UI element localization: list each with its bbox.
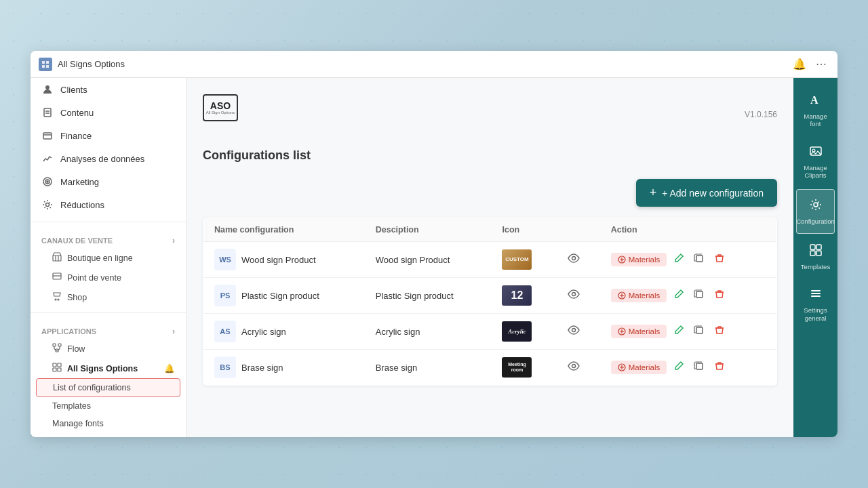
svg-rect-58 [811, 293, 821, 294]
chevron-icon: › [172, 236, 175, 245]
visibility-toggle-0[interactable] [568, 252, 580, 267]
th-eye [557, 218, 600, 242]
config-icon [809, 198, 823, 215]
sidebar: Clients Contenu Finance Analyses de donn… [31, 78, 186, 437]
sidebar-item-flow[interactable]: Flow [31, 339, 186, 359]
svg-point-13 [46, 203, 50, 207]
visibility-toggle-1[interactable] [568, 288, 580, 303]
add-configuration-button[interactable]: + + Add new configuration [636, 179, 777, 207]
section-apps-label: Applications [41, 327, 96, 336]
cell-action-1: Materials [600, 278, 777, 314]
rp-font-label: Managefont [804, 113, 827, 128]
add-button-label: + Add new configuration [662, 188, 764, 199]
rp-cliparts-label: ManageCliparts [804, 164, 827, 180]
edit-button-2[interactable] [671, 323, 687, 340]
edit-button-0[interactable] [671, 251, 687, 268]
rp-templates[interactable]: Templates [793, 235, 837, 279]
svg-rect-59 [811, 296, 821, 297]
cell-desc-1: Plastic Sign product [365, 278, 492, 314]
copy-button-0[interactable] [691, 251, 707, 268]
materials-button-1[interactable]: Materials [611, 289, 667, 302]
sidebar-item-point-vente[interactable]: Point de vente [31, 268, 186, 287]
sidebar-item-reductions[interactable]: Réductions [31, 193, 186, 216]
finance-icon [41, 129, 54, 142]
pos-icon [52, 272, 62, 283]
sidebar-item-manage-cliparts[interactable]: Manage cliparts [31, 432, 186, 437]
edit-button-1[interactable] [671, 287, 687, 304]
sidebar-item-analyses[interactable]: Analyses de données [31, 147, 186, 170]
sidebar-item-boutique[interactable]: Boutique en ligne [31, 248, 186, 268]
table-header-row: Name configuration Desciption Icon Actio… [203, 218, 777, 242]
svg-point-37 [572, 293, 576, 296]
rp-settings-general[interactable]: Settingsgeneral [793, 279, 837, 330]
svg-rect-39 [696, 291, 703, 298]
sidebar-item-templates[interactable]: Templates [31, 397, 186, 415]
main-layout: Clients Contenu Finance Analyses de donn… [31, 78, 837, 437]
config-abbr-3: BS [214, 357, 236, 378]
sidebar-item-manage-fonts[interactable]: Manage fonts [31, 415, 186, 432]
svg-rect-2 [42, 65, 45, 68]
visibility-toggle-2[interactable] [568, 324, 580, 339]
title-bar: All Signs Options 🔔 ⋯ [31, 51, 837, 78]
edit-button-3[interactable] [671, 359, 687, 375]
sidebar-item-clients[interactable]: Clients [31, 78, 186, 101]
svg-point-41 [572, 329, 576, 332]
delete-button-3[interactable] [711, 359, 728, 375]
sidebar-item-list-configurations[interactable]: List of configurations [36, 378, 180, 397]
cell-name-1: PS Plastic Sign product [203, 278, 365, 314]
rp-manage-font[interactable]: A Managefont [793, 85, 837, 136]
svg-rect-31 [58, 368, 61, 371]
svg-rect-14 [53, 256, 61, 261]
cell-icon-3: Meeting room [491, 350, 557, 386]
svg-point-12 [47, 181, 48, 182]
cell-eye-1 [557, 278, 600, 314]
sidebar-label-boutique: Boutique en ligne [67, 253, 133, 263]
svg-point-4 [45, 85, 50, 89]
svg-rect-54 [816, 245, 821, 249]
config-name-text-3: Brase sign [241, 363, 283, 373]
materials-button-2[interactable]: Materials [611, 325, 667, 338]
delete-button-2[interactable] [711, 323, 728, 340]
sidebar-item-all-signs[interactable]: All Signs Options 🔔 [31, 359, 186, 378]
document-icon [41, 106, 54, 119]
rp-manage-cliparts[interactable]: ManageCliparts [793, 136, 837, 188]
svg-rect-8 [43, 133, 52, 139]
sidebar-item-contenu[interactable]: Contenu [31, 101, 186, 124]
right-panel: A Managefont ManageCliparts Configuratio… [793, 78, 837, 437]
copy-button-1[interactable] [691, 287, 707, 304]
person-icon [41, 83, 54, 96]
copy-button-3[interactable] [691, 359, 707, 375]
rp-config-label: Configuration [796, 218, 835, 225]
delete-button-1[interactable] [711, 287, 728, 304]
sidebar-label-manage-cliparts: Manage cliparts [52, 436, 112, 437]
visibility-toggle-3[interactable] [568, 360, 580, 375]
title-bar-title: All Signs Options [58, 59, 125, 69]
more-options-button[interactable]: ⋯ [813, 56, 829, 73]
delete-button-0[interactable] [711, 251, 728, 268]
config-abbr-1: PS [214, 285, 236, 306]
copy-button-2[interactable] [691, 323, 707, 340]
sidebar-item-finance[interactable]: Finance [31, 124, 186, 147]
sidebar-label-finance: Finance [60, 131, 92, 141]
materials-button-0[interactable]: Materials [611, 253, 667, 266]
store-icon [52, 252, 62, 264]
th-icon: Icon [491, 218, 557, 242]
settings-general-icon [809, 287, 823, 304]
cell-eye-2 [557, 314, 600, 350]
materials-button-3[interactable]: Materials [611, 361, 667, 374]
svg-text:A: A [810, 94, 818, 106]
config-name-text-0: Wood sign Product [241, 255, 316, 265]
cell-icon-1: 12 [491, 278, 557, 314]
notification-button[interactable]: 🔔 [791, 56, 808, 73]
title-bar-icon [39, 58, 52, 71]
svg-rect-30 [53, 368, 56, 371]
version-label: V1.0.156 [745, 110, 777, 119]
title-bar-actions: 🔔 ⋯ [791, 56, 829, 73]
sidebar-item-shop[interactable]: Shop [31, 287, 186, 307]
all-signs-icon [52, 363, 62, 374]
cell-action-3: Materials [600, 350, 777, 386]
rp-configuration[interactable]: Configuration [796, 189, 835, 234]
sidebar-item-marketing[interactable]: Marketing [31, 170, 186, 193]
add-icon: + [650, 186, 657, 200]
svg-point-33 [572, 257, 576, 260]
